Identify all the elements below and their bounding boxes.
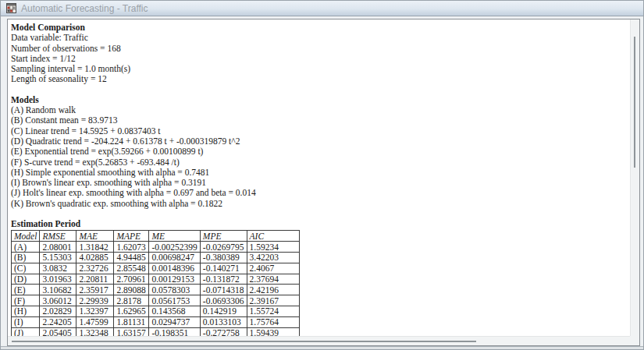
table-cell: 2.32726 [76,263,114,274]
window-title: Automatic Forecasting - Traffic [21,3,148,14]
vertical-scrollbar-thumb[interactable] [634,37,635,168]
report-panel: Model Comparison Data variable: TrafficN… [7,19,640,346]
table-cell: 1.59234 [247,242,299,253]
table-row: (A)2.080011.318421.62073-0.00252399-0.02… [12,242,300,253]
table-cell: 1.75764 [247,316,299,327]
column-header: RMSE [40,231,76,242]
model-line: (B) Constant mean = 83.9713 [11,115,630,126]
table-cell: 2.4067 [247,263,299,274]
table-cell: 0.0133103 [200,316,247,327]
table-cell: 2.85548 [114,263,149,274]
table-cell: -0.0714318 [200,285,247,295]
model-line: (J) Holt's linear exp. smoothing with al… [11,188,630,198]
table-cell: 2.35917 [76,285,114,295]
table-cell: (F) [12,295,40,306]
table-cell: 2.89088 [114,285,149,295]
table-cell: 3.0832 [40,263,76,274]
estimation-period-heading: Estimation Period [11,219,630,229]
table-cell: 1.59439 [247,327,299,336]
table-cell: 0.00148396 [149,263,200,274]
table-cell: 3.10682 [40,285,76,295]
table-cell: 0.142919 [200,306,247,316]
table-cell: 0.00698247 [149,252,200,263]
table-cell: 2.08001 [40,242,76,253]
table-row: (H)2.028291.323971.629650.1435680.142919… [12,306,300,316]
table-cell: 1.32348 [76,327,114,336]
table-cell: 3.06012 [40,295,76,306]
table-cell: 2.70961 [114,274,149,285]
scrollbar-corner [630,336,639,345]
table-cell: -0.0693306 [200,295,247,306]
table-row: (F)3.060122.299392.81780.0561753-0.06933… [12,295,300,306]
app-grid-icon [6,3,16,13]
summary-line: Data variable: Traffic [11,33,630,43]
table-cell: 3.42203 [247,252,299,263]
table-cell: 2.37694 [247,274,299,285]
model-line: (F) S-curve trend = exp(5.26853 + -693.4… [11,157,630,168]
table-row: (I)2.242051.475991.811310.02947370.01331… [12,316,300,327]
column-header: MAE [76,231,114,242]
table-cell: 2.05405 [40,327,76,336]
table-row: (C)3.08322.327262.855480.00148396-0.1402… [12,263,300,274]
table-cell: 3.01963 [40,274,76,285]
column-header: MAPE [114,231,149,242]
table-cell: 1.63157 [114,327,149,336]
table-cell: -0.272758 [200,327,247,336]
summary-line: Number of observations = 168 [11,44,630,54]
table-cell: 1.62073 [114,242,149,253]
summary-line: Length of seasonality = 12 [11,74,630,84]
table-cell: -0.380389 [200,252,247,263]
window-bottom-edge [1,346,643,349]
table-cell: -0.140271 [200,263,247,274]
table-cell: 4.94485 [114,252,149,263]
table-cell: 5.15303 [40,252,76,263]
table-cell: 1.31842 [76,242,114,253]
models-heading: Models [11,95,630,105]
model-line: (E) Exponential trend = exp(3.59266 + 0.… [11,147,630,157]
model-comparison-heading: Model Comparison [11,23,630,33]
model-line: (A) Random walk [11,105,630,115]
table-cell: 1.55724 [247,306,299,316]
table-cell: (A) [12,242,40,253]
model-comparison-lines: Data variable: TrafficNumber of observat… [11,33,630,84]
table-cell: 4.02885 [76,252,114,263]
table-cell: -0.198351 [149,327,200,336]
report-text-pane[interactable]: Model Comparison Data variable: TrafficN… [8,19,630,336]
table-cell: 1.62965 [114,306,149,316]
table-cell: -0.0269795 [200,242,247,253]
column-header: MPE [200,231,247,242]
table-cell: 2.39167 [247,295,299,306]
table-cell: 1.32397 [76,306,114,316]
table-row: (E)3.106822.359172.890880.0578303-0.0714… [12,285,300,295]
table-cell: -0.00252399 [149,242,200,253]
table-cell: 1.47599 [76,316,114,327]
model-line: (I) Brown's linear exp. smoothing with a… [11,178,630,188]
table-cell: 0.0561753 [149,295,200,306]
table-row: (D)3.019632.208112.709610.00129153-0.131… [12,274,300,285]
horizontal-scrollbar[interactable] [8,336,630,345]
table-cell: 2.02829 [40,306,76,316]
table-cell: 0.143568 [149,306,200,316]
table-cell: 2.8178 [114,295,149,306]
table-cell: (I) [12,316,40,327]
table-cell: 1.81131 [114,316,149,327]
summary-line: Start index = 1/12 [11,54,630,64]
vertical-scrollbar[interactable] [630,19,639,336]
table-row: (B)5.153034.028854.944850.00698247-0.380… [12,252,300,263]
table-row: (J)2.054051.323481.63157-0.198351-0.2727… [12,327,300,336]
table-cell: (J) [12,327,40,336]
title-bar[interactable]: Automatic Forecasting - Traffic [1,1,643,16]
column-header: AIC [247,231,299,242]
table-cell: 2.20811 [76,274,114,285]
model-line: (K) Brown's quadratic exp. smoothing wit… [11,199,630,209]
table-cell: (B) [12,252,40,263]
table-cell: 0.0578303 [149,285,200,295]
models-lines: (A) Random walk(B) Constant mean = 83.97… [11,105,630,209]
horizontal-scrollbar-thumb[interactable] [12,341,476,342]
model-line: (D) Quadratic trend = -204.224 + 0.61378… [11,136,630,147]
table-cell: 2.29939 [76,295,114,306]
table-cell: 0.00129153 [149,274,200,285]
table-cell: 0.0294737 [149,316,200,327]
summary-line: Sampling interval = 1.0 month(s) [11,64,630,74]
model-line: (H) Simple exponential smoothing with al… [11,168,630,178]
